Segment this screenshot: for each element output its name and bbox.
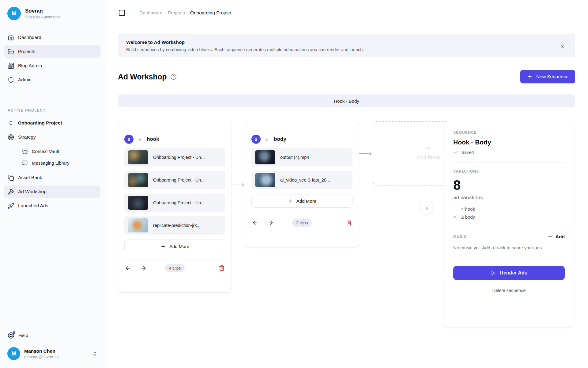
- sidebar-divider: [6, 96, 99, 96]
- brand-name: Sovran: [25, 8, 61, 14]
- sequence-canvas: 0 hook Onboarding Project - Un... Onboar…: [118, 121, 575, 342]
- drag-handle-icon[interactable]: [138, 137, 143, 142]
- add-music-button[interactable]: Add: [548, 234, 565, 240]
- block-footer: 4 clips: [124, 264, 225, 272]
- block-index-badge: 0: [124, 135, 134, 144]
- clip-row[interactable]: ai_video_veo-3-fast_20...: [251, 171, 352, 189]
- sidebar-item-label: Projects: [18, 49, 35, 54]
- sidebar-item-label: Asset Bank: [18, 175, 42, 180]
- status-label: Saved: [461, 150, 474, 155]
- drag-handle-icon[interactable]: [265, 137, 270, 142]
- target-icon: [8, 134, 14, 140]
- page-help-button[interactable]: [170, 74, 177, 80]
- main-nav: Dashboard Projects Blog Admin Admin: [4, 31, 100, 86]
- move-right-button[interactable]: [267, 219, 274, 226]
- arrow-left-icon: [125, 265, 131, 271]
- clip-label: output (4).mp4: [280, 155, 309, 160]
- sidebar-item-label: Ad Workshop: [18, 189, 47, 194]
- topbar: Dashboard Projects Onboarding Project: [118, 7, 575, 19]
- plus-icon: [288, 198, 293, 204]
- welcome-banner: Welcome to Ad Workshop Build sequences b…: [118, 34, 575, 57]
- sequence-panel: SEQUENCE Hook - Body Saved VARIATIONS 8 …: [444, 121, 574, 328]
- clip-row[interactable]: Onboarding Project - Un...: [124, 148, 225, 167]
- sidebar-item-dashboard[interactable]: Dashboard: [4, 31, 100, 44]
- notification-dot: [13, 331, 15, 334]
- scroll-next-button[interactable]: [420, 201, 433, 215]
- check-icon: [453, 150, 458, 155]
- sidebar-toggle-button[interactable]: [118, 9, 126, 17]
- add-block-label: Add Block: [417, 155, 441, 161]
- user-name: Manson Chen: [24, 348, 58, 354]
- sidebar-item-context-vault[interactable]: Context Vault: [19, 146, 100, 157]
- sidebar-item-label: Strategy: [18, 134, 36, 140]
- sidebar-item-label: Dashboard: [18, 35, 41, 40]
- banner-close-button[interactable]: [559, 43, 566, 49]
- move-left-button[interactable]: [124, 264, 132, 272]
- clip-row[interactable]: replicate-prediction-jrk...: [124, 216, 225, 235]
- sidebar-item-blog-admin[interactable]: Blog Admin: [4, 59, 100, 72]
- sidebar-item-asset-bank[interactable]: Asset Bank: [4, 171, 100, 184]
- clip-thumbnail: [128, 218, 148, 232]
- sidebar-item-admin[interactable]: Admin: [4, 74, 100, 86]
- plus-icon: [548, 234, 552, 239]
- breakdown-operator: [453, 206, 461, 212]
- page-title: Ad Workshop: [118, 72, 167, 81]
- clip-label: Onboarding Project - Un...: [153, 155, 205, 160]
- clip-thumbnail: [255, 173, 275, 187]
- sidebar-item-onboarding-project[interactable]: Onboarding Project: [4, 117, 100, 129]
- breakdown-label: 4 hook: [461, 206, 475, 212]
- music-empty-text: No music yet. Add a track to score your …: [453, 245, 565, 250]
- hammer-icon: [8, 189, 14, 195]
- sidebar-item-launched-ads[interactable]: Launched Ads: [4, 200, 100, 212]
- delete-block-button[interactable]: [345, 219, 352, 226]
- new-sequence-button[interactable]: New Sequence: [520, 70, 575, 83]
- brand-tagline: Video Ad Automation: [25, 15, 61, 19]
- clip-label: replicate-prediction-jrk...: [153, 223, 201, 228]
- clip-row[interactable]: Onboarding Project - Un...: [124, 194, 225, 212]
- move-right-button[interactable]: [140, 264, 147, 272]
- block-index-badge: 2: [251, 135, 261, 144]
- breadcrumb: Dashboard Projects Onboarding Project: [139, 10, 231, 16]
- sidebar-item-strategy[interactable]: Strategy: [4, 131, 100, 143]
- play-icon: [491, 270, 496, 276]
- sequence-tabbar: Hook - Body: [118, 94, 575, 107]
- message-square-text-icon: [22, 160, 28, 166]
- main-content: Dashboard Projects Onboarding Project We…: [105, 0, 588, 368]
- add-more-label: Add More: [296, 198, 316, 204]
- block-header: 2 body: [251, 135, 352, 144]
- sequence-section-label: SEQUENCE: [453, 130, 565, 135]
- circle-question-icon: [170, 74, 177, 80]
- new-sequence-label: New Sequence: [536, 74, 568, 79]
- sidebar-item-projects[interactable]: Projects: [4, 45, 100, 58]
- strategy-subnav: Context Vault Messaging Library: [14, 146, 100, 168]
- sidebar-item-label: Messaging Library: [32, 160, 70, 166]
- clip-count-badge: 4 clips: [165, 264, 185, 272]
- sidebar-item-messaging-library[interactable]: Messaging Library: [19, 157, 100, 168]
- sidebar-item-ad-workshop[interactable]: Ad Workshop: [4, 186, 100, 198]
- tab-hook-body[interactable]: Hook - Body: [334, 98, 359, 104]
- brand: M Sovran Video Ad Automation: [4, 6, 100, 20]
- delete-block-button[interactable]: [218, 264, 225, 272]
- add-more-button[interactable]: Add More: [251, 194, 352, 208]
- clip-row[interactable]: Onboarding Project - Un...: [124, 171, 225, 189]
- sidebar-item-label: Onboarding Project: [18, 120, 62, 126]
- help-button[interactable]: Help: [4, 330, 100, 341]
- breadcrumb-projects[interactable]: Projects: [168, 10, 185, 16]
- block-card-body: 2 body output (4).mp4 ai_video_veo-3-fas…: [245, 121, 359, 248]
- panel-divider: [453, 162, 565, 163]
- block-header: 0 hook: [124, 135, 225, 144]
- sidebar-item-label: Launched Ads: [18, 203, 48, 209]
- add-more-label: Add More: [169, 244, 189, 249]
- block-footer: 2 clips: [251, 219, 352, 226]
- card-divider: [251, 214, 352, 214]
- sequence-title: Hook - Body: [453, 139, 565, 146]
- add-more-button[interactable]: Add More: [124, 240, 225, 253]
- copy-icon: [8, 174, 14, 181]
- clip-row[interactable]: output (4).mp4: [251, 148, 352, 167]
- delete-sequence-link[interactable]: Delete sequence: [453, 288, 565, 293]
- breadcrumb-dashboard[interactable]: Dashboard: [139, 10, 163, 16]
- render-ads-button[interactable]: Render Ads: [453, 266, 565, 280]
- user-menu[interactable]: M Manson Chen manson@sovran.ai: [4, 345, 100, 362]
- clip-thumbnail: [128, 173, 148, 187]
- move-left-button[interactable]: [251, 219, 259, 226]
